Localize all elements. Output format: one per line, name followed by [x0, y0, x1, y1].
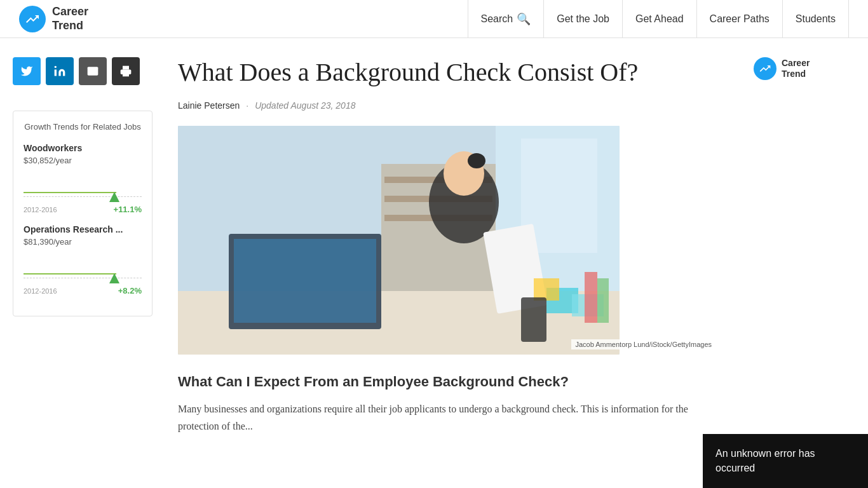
nav-get-the-job[interactable]: Get the Job: [544, 0, 623, 38]
chart-arrow-woodworkers: [109, 192, 119, 202]
article-image: [178, 126, 620, 355]
article-image-svg: [178, 126, 620, 355]
article-image-container: Jacob Ammentorp Lund/iStock/GettyImages: [178, 126, 715, 355]
site-logo[interactable]: CareerTrend: [19, 5, 88, 32]
meta-separator: ·: [246, 100, 248, 111]
nav-get-the-job-label: Get the Job: [557, 13, 609, 25]
chart-line-woodworkers: [24, 192, 116, 193]
right-logo-icon: [754, 57, 776, 80]
twitter-icon: [20, 65, 33, 78]
svg-rect-21: [597, 278, 609, 323]
chart-line-operations: [24, 273, 116, 274]
chart-year-woodworkers: 2012-2016: [24, 206, 57, 214]
svg-rect-19: [521, 297, 546, 342]
email-icon: [86, 65, 99, 78]
main-nav: Search 🔍 Get the Job Get Ahead Career Pa…: [468, 0, 849, 38]
nav-career-paths-label: Career Paths: [710, 13, 770, 25]
right-sidebar: Career Trend: [741, 38, 868, 454]
article-meta: Lainie Petersen · Updated August 23, 201…: [178, 100, 715, 111]
nav-search[interactable]: Search 🔍: [468, 0, 545, 38]
job-chart-woodworkers: [24, 170, 142, 202]
svg-rect-1: [123, 72, 129, 77]
job-item-woodworkers: Woodworkers $30,852/year 2012-2016 +11.1…: [24, 143, 142, 214]
chart-arrow-operations: [109, 273, 119, 283]
search-icon: 🔍: [517, 12, 531, 26]
growth-trends-widget: Growth Trends for Related Jobs Woodworke…: [13, 111, 153, 316]
updated-date: Updated August 23, 2018: [255, 100, 355, 111]
article-body-text: Many businesses and organizations requir…: [178, 400, 715, 435]
print-button[interactable]: [112, 57, 140, 85]
image-caption: Jacob Ammentorp Lund/iStock/GettyImages: [571, 339, 715, 349]
growth-widget-title: Growth Trends for Related Jobs: [24, 121, 142, 133]
svg-point-14: [468, 153, 485, 168]
chart-dashed-operations: [24, 278, 142, 278]
nav-students[interactable]: Students: [783, 0, 849, 38]
section-heading: What Can I Expect From an Employee Backg…: [178, 374, 715, 390]
chart-labels-woodworkers: 2012-2016 +11.1%: [24, 205, 142, 214]
nav-get-ahead-label: Get Ahead: [635, 13, 684, 25]
job-item-operations: Operations Research ... $81,390/year 201…: [24, 224, 142, 295]
email-share-button[interactable]: [79, 57, 107, 85]
right-brand-name: Career Trend: [782, 58, 810, 79]
social-share-bar: [13, 57, 153, 85]
svg-rect-11: [234, 239, 376, 323]
logo-icon: [19, 6, 46, 32]
logo-text: CareerTrend: [52, 5, 88, 32]
trending-up-icon: [25, 11, 40, 27]
chart-pct-woodworkers: +11.1%: [114, 205, 142, 214]
job-salary-woodworkers: $30,852/year: [24, 156, 142, 165]
job-salary-operations: $81,390/year: [24, 237, 142, 247]
svg-rect-20: [585, 272, 597, 323]
job-chart-operations: [24, 252, 142, 283]
nav-get-ahead[interactable]: Get Ahead: [623, 0, 697, 38]
chart-year-operations: 2012-2016: [24, 287, 57, 295]
linkedin-share-button[interactable]: [46, 57, 74, 85]
twitter-share-button[interactable]: [13, 57, 41, 85]
page-layout: Growth Trends for Related Jobs Woodworke…: [0, 38, 868, 454]
nav-career-paths[interactable]: Career Paths: [697, 0, 783, 38]
author-name: Lainie Petersen: [178, 100, 240, 111]
sidebar: Growth Trends for Related Jobs Woodworke…: [0, 38, 165, 454]
chart-pct-operations: +8.2%: [118, 286, 142, 295]
svg-rect-18: [534, 278, 559, 301]
chart-labels-operations: 2012-2016 +8.2%: [24, 286, 142, 295]
job-name-woodworkers: Woodworkers: [24, 143, 142, 153]
error-toast: An unknown error has occurred: [703, 434, 868, 454]
brand-logo-right[interactable]: Career Trend: [754, 57, 855, 80]
right-trending-icon: [759, 62, 771, 75]
linkedin-icon: [53, 65, 66, 78]
nav-search-label: Search: [481, 13, 513, 25]
nav-students-label: Students: [796, 13, 836, 25]
article-title: What Does a Background Check Consist Of?: [178, 57, 715, 88]
print-icon: [119, 65, 132, 78]
error-message: An unknown error has occurred: [715, 448, 815, 454]
chart-dashed-woodworkers: [24, 196, 142, 197]
job-name-operations: Operations Research ...: [24, 224, 142, 234]
svg-point-0: [55, 66, 57, 68]
site-header: CareerTrend Search 🔍 Get the Job Get Ahe…: [0, 0, 868, 38]
image-scene: [178, 126, 620, 355]
main-content: What Does a Background Check Consist Of?…: [165, 38, 741, 454]
